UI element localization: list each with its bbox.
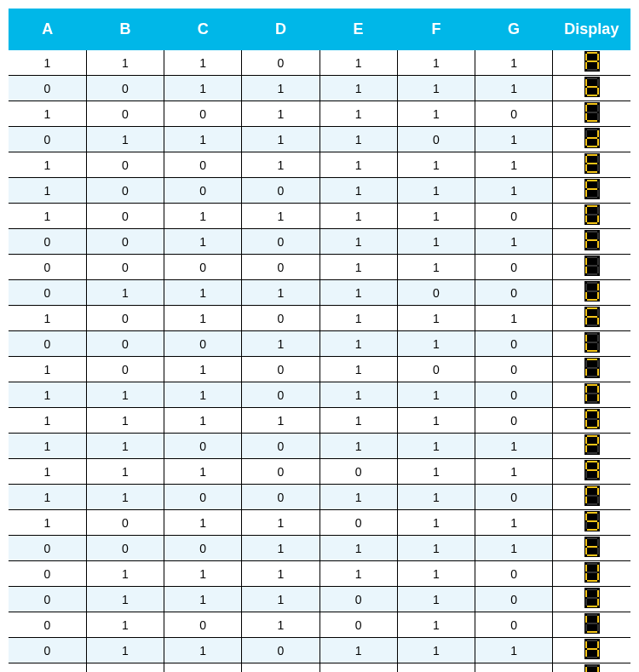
seven-segment-icon [584,460,600,480]
table-row: 0111100 [9,280,630,306]
cell-f: 1 [397,204,475,229]
cell-g: 0 [475,331,553,357]
cell-c: 1 [164,561,242,587]
table-row: 1111110 [9,408,630,434]
cell-a: 1 [9,50,86,76]
cell-g: 0 [475,357,553,382]
table-row: 0001111 [9,536,630,561]
cell-b: 1 [86,638,164,663]
cell-d: 0 [242,434,320,459]
cell-d: 1 [242,76,320,101]
table-row: 0010111 [9,229,630,255]
cell-g: 1 [475,229,553,255]
cell-c: 1 [164,76,242,101]
header-display: Display [553,9,630,50]
cell-c: 1 [164,459,242,485]
cell-d: 1 [242,561,320,587]
seven-segment-display [553,485,630,510]
cell-c: 1 [164,382,242,408]
table-row: 1110110 [9,382,630,408]
seven-segment-icon [584,179,600,199]
cell-g: 1 [475,663,553,673]
cell-a: 0 [9,587,86,612]
cell-c: 1 [164,204,242,229]
cell-d: 1 [242,204,320,229]
seven-segment-display [553,561,630,587]
seven-segment-display [553,459,630,485]
seven-segment-display [553,612,630,638]
cell-f: 1 [397,229,475,255]
cell-f: 0 [397,280,475,306]
cell-c: 0 [164,331,242,357]
cell-g: 1 [475,152,553,178]
table-row: 1011011 [9,510,630,536]
cell-f: 1 [397,459,475,485]
table-row: 0011111 [9,76,630,101]
cell-f: 1 [397,382,475,408]
table-row: 1110111 [9,50,630,76]
cell-a: 1 [9,204,86,229]
cell-f: 1 [397,587,475,612]
cell-a: 0 [9,638,86,663]
seven-segment-icon [584,358,600,378]
cell-b: 0 [86,204,164,229]
seven-segment-display [553,127,630,152]
cell-g: 0 [475,587,553,612]
cell-e: 1 [320,306,397,331]
cell-e: 0 [320,459,397,485]
cell-g: 1 [475,510,553,536]
cell-d: 1 [242,127,320,152]
cell-d: 1 [242,536,320,561]
cell-e: 1 [320,382,397,408]
seven-segment-display [553,331,630,357]
table-row: 1010100 [9,357,630,382]
cell-c: 0 [164,255,242,280]
cell-g: 1 [475,76,553,101]
cell-b: 0 [86,510,164,536]
cell-a: 1 [9,434,86,459]
cell-c: 0 [164,178,242,204]
cell-e: 1 [320,127,397,152]
seven-segment-display [553,255,630,280]
cell-f: 1 [397,408,475,434]
cell-b: 1 [86,587,164,612]
cell-g: 1 [475,127,553,152]
cell-e: 1 [320,536,397,561]
cell-b: 0 [86,536,164,561]
header-c: C [164,9,242,50]
cell-c: 1 [164,280,242,306]
cell-f: 1 [397,638,475,663]
seven-segment-icon [584,153,600,174]
cell-e: 0 [320,587,397,612]
cell-a: 0 [9,536,86,561]
seven-segment-display [553,587,630,612]
header-e: E [320,9,397,50]
cell-e: 1 [320,50,397,76]
cell-a: 0 [9,255,86,280]
cell-c: 1 [164,306,242,331]
cell-b: 1 [86,485,164,510]
table-row: 1001110 [9,101,630,127]
cell-a: 0 [9,280,86,306]
seven-segment-icon [584,409,600,429]
header-d: D [242,9,320,50]
cell-g: 1 [475,306,553,331]
cell-c: 0 [164,101,242,127]
seven-segment-icon [584,128,600,148]
seven-segment-display [553,638,630,663]
cell-b: 1 [86,561,164,587]
cell-e: 1 [320,638,397,663]
seven-segment-icon [584,639,600,659]
cell-a: 1 [9,408,86,434]
cell-f: 1 [397,306,475,331]
seven-segment-display [553,50,630,76]
cell-a: 0 [9,229,86,255]
header-a: A [9,9,86,50]
cell-f: 1 [397,434,475,459]
cell-d: 1 [242,663,320,673]
cell-b: 1 [86,408,164,434]
cell-b: 0 [86,152,164,178]
cell-a: 1 [9,459,86,485]
table-row: 0111110 [9,561,630,587]
header-b: B [86,9,164,50]
